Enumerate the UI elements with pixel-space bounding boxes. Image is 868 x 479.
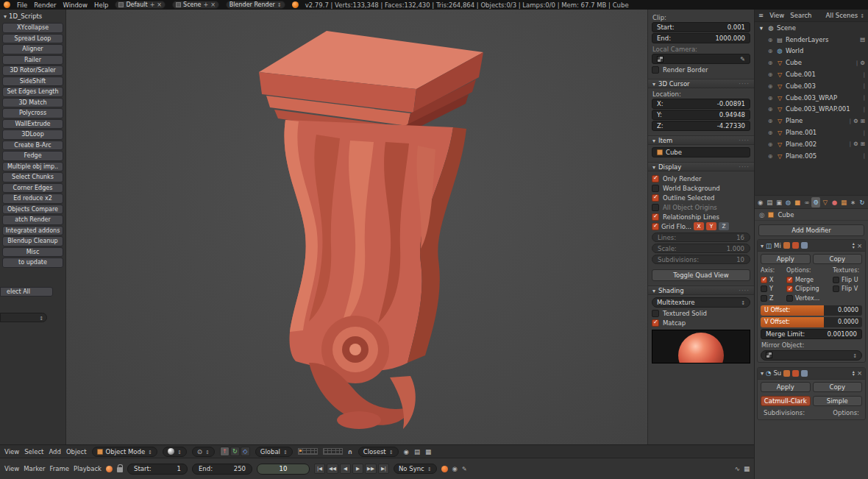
outliner-item-label[interactable]: Cube.003	[786, 82, 816, 90]
outliner-row[interactable]: Plane.005	[755, 150, 868, 162]
menubar-item[interactable]: File	[17, 1, 27, 9]
matcap-preview[interactable]	[652, 330, 750, 363]
offset-field[interactable]: U Offset: 0.0000	[761, 305, 862, 316]
restrict-toggle-icon[interactable]	[861, 118, 865, 124]
move-modifier-arrows[interactable]: ▴▾	[853, 242, 855, 249]
pin-icon[interactable]	[759, 211, 764, 219]
disclosure-icon[interactable]	[766, 141, 774, 148]
timeline-menu-item[interactable]: View	[4, 465, 19, 472]
outliner-item-label[interactable]: Plane.001	[786, 129, 817, 136]
properties-tab[interactable]	[821, 197, 830, 207]
toolshelf-button[interactable]: XYcollapse	[2, 23, 63, 33]
properties-tab[interactable]	[830, 197, 839, 207]
clip-start-field[interactable]: Start: 0.001	[652, 22, 750, 32]
outliner-row[interactable]: Plane.001	[755, 127, 868, 138]
disclosure-icon[interactable]	[758, 24, 765, 32]
disclosure-icon[interactable]	[766, 152, 774, 160]
layers-widget-left[interactable]	[298, 448, 318, 455]
offset-field[interactable]: V Offset: 0.0000	[761, 317, 862, 327]
next-keyframe-button[interactable]	[365, 464, 377, 474]
wrench-icon[interactable]	[853, 141, 858, 147]
outliner-row[interactable]: Cube	[755, 57, 868, 68]
scale-manipulator-icon[interactable]: ◇	[241, 447, 250, 456]
scene-selector[interactable]: Scene	[172, 1, 219, 9]
render-toggle-icon[interactable]	[783, 242, 790, 249]
disabled-slider-field[interactable]: Subdivisions: 10	[652, 255, 750, 264]
toolshelf-button[interactable]: to update	[2, 258, 63, 268]
cursor-coord-field[interactable]: X: -0.00891	[652, 99, 750, 109]
outliner-item-label[interactable]: Cube.003_WRAP	[786, 94, 837, 102]
disclosure-icon[interactable]	[766, 36, 774, 43]
add-layout-icon[interactable]	[150, 1, 155, 8]
toolshelf-button[interactable]: atch Render	[2, 215, 63, 225]
properties-tab[interactable]	[811, 197, 820, 207]
toolshelf-button[interactable]: Fedge	[2, 151, 63, 161]
toolshelf-button[interactable]: 3D Rotor/Scaler	[2, 65, 63, 76]
toolshelf-button[interactable]: SideShift	[2, 77, 63, 87]
toolshelf-button[interactable]: Integrated addons	[2, 226, 63, 236]
toggle-quad-view-button[interactable]: Toggle Quad View	[652, 269, 750, 281]
outliner-row[interactable]: Cube.003_WRAP.001	[755, 104, 868, 116]
outliner-item-label[interactable]: Plane	[786, 117, 803, 124]
toolshelf-button[interactable]: Ed reduce x2	[2, 194, 63, 204]
grid-axis-toggle[interactable]: Y	[706, 222, 716, 230]
render-result-icon[interactable]	[860, 36, 865, 43]
toolshelf-button[interactable]: Spread Loop	[2, 34, 63, 44]
toolshelf-dropdown[interactable]	[0, 313, 47, 322]
blender-logo-icon[interactable]	[4, 1, 10, 8]
outliner-row[interactable]: Cube.003	[755, 80, 868, 92]
outliner-item-label[interactable]: World	[786, 47, 803, 54]
copy-button[interactable]: Copy	[813, 254, 863, 264]
properties-tab[interactable]	[775, 197, 783, 207]
outliner-row[interactable]: World	[755, 46, 868, 57]
snap-magnet-icon[interactable]	[348, 448, 353, 455]
jump-to-start-button[interactable]	[314, 464, 325, 474]
properties-tab[interactable]	[858, 197, 867, 207]
toolshelf-panel-title[interactable]: 1D_Scripts	[0, 12, 65, 22]
section-shading[interactable]: Shading	[648, 285, 754, 295]
pivot-point-dropdown[interactable]	[192, 447, 215, 457]
render-toggle-icon[interactable]	[783, 370, 790, 377]
subsurf-modifier-header[interactable]: Su ▴▾	[758, 368, 865, 380]
move-modifier-arrows[interactable]: ▴▾	[853, 370, 855, 377]
timeline-menu-item[interactable]: Frame	[50, 465, 69, 472]
current-frame-field[interactable]: 10	[257, 464, 310, 475]
disclosure-icon[interactable]	[766, 94, 774, 102]
timeline-menu-item[interactable]: Marker	[24, 465, 45, 472]
properties-tab[interactable]	[766, 197, 775, 207]
display-checkbox[interactable]: Only Render	[652, 174, 750, 183]
outliner-item-label[interactable]: Cube.001	[786, 71, 816, 78]
outliner-view-menu[interactable]: View	[769, 12, 784, 19]
section-item[interactable]: Item	[648, 135, 754, 145]
corbel-model[interactable]	[66, 10, 647, 444]
outliner-row[interactable]: RenderLayers	[755, 34, 868, 46]
previous-keyframe-button[interactable]	[327, 464, 338, 474]
properties-tab[interactable]	[784, 197, 793, 207]
delete-modifier-icon[interactable]	[857, 369, 862, 377]
outliner-item-label[interactable]: Cube.003_WRAP.001	[786, 105, 850, 113]
outliner-search-menu[interactable]: Search	[790, 12, 811, 19]
toolshelf-button[interactable]: Polycross	[2, 108, 63, 118]
outliner-item-label[interactable]: Plane.002	[786, 141, 817, 148]
insert-keyframe-icon[interactable]	[462, 465, 467, 472]
modifier-name[interactable]: Mi	[774, 242, 781, 249]
toolshelf-button[interactable]: Objects Compare	[2, 205, 63, 215]
outliner-row[interactable]: Scene	[755, 22, 868, 34]
disclosure-icon[interactable]	[766, 117, 774, 124]
mirror-option-checkbox[interactable]: Vertex...	[786, 294, 831, 303]
subdivision-type-button[interactable]: Simple	[813, 396, 863, 406]
timeline-menu-item[interactable]: Playback	[74, 465, 102, 472]
outliner-item-label[interactable]: Cube	[786, 59, 802, 66]
outliner-editor-icon[interactable]	[758, 12, 764, 19]
disclosure-icon[interactable]	[766, 82, 774, 90]
copy-button[interactable]: Copy	[813, 382, 863, 392]
clip-end-field[interactable]: End: 1000.000	[652, 33, 750, 43]
disabled-slider-field[interactable]: Scale: 1.000	[652, 244, 750, 253]
properties-tab[interactable]	[849, 197, 858, 207]
display-checkbox[interactable]: All Object Origins	[652, 202, 750, 212]
translate-manipulator-icon[interactable]: ↑	[220, 447, 230, 456]
rotate-manipulator-icon[interactable]: ↻	[230, 447, 240, 456]
frame-end-field[interactable]: End: 250	[192, 464, 252, 475]
grid-floor-checkbox[interactable]: Grid Flo... XYZ	[652, 221, 750, 231]
toolshelf-button[interactable]: Railer	[2, 55, 63, 65]
